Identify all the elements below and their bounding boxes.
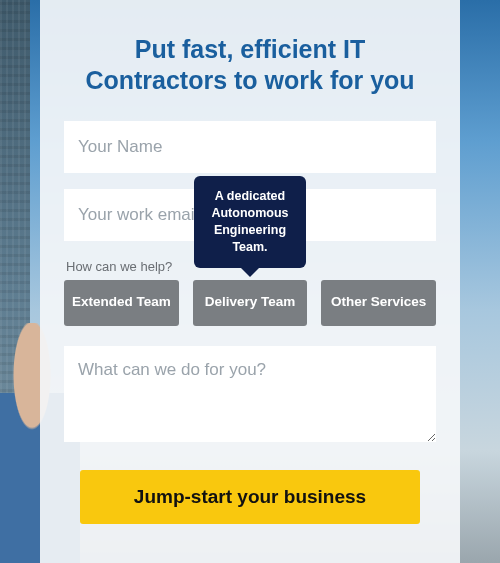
- option-other-services[interactable]: Other Services: [321, 280, 436, 326]
- name-input[interactable]: [64, 121, 436, 173]
- option-extended-team[interactable]: Extended Team: [64, 280, 179, 326]
- submit-button[interactable]: Jump-start your business: [80, 470, 420, 524]
- help-options: Extended Team A dedicated Autonomous Eng…: [64, 280, 436, 326]
- page-background: Put fast, efficient IT Contractors to wo…: [0, 0, 500, 563]
- contact-form-panel: Put fast, efficient IT Contractors to wo…: [40, 0, 460, 563]
- message-textarea[interactable]: [64, 346, 436, 442]
- form-title: Put fast, efficient IT Contractors to wo…: [64, 34, 436, 97]
- option-label: Extended Team: [72, 294, 171, 311]
- option-label: Other Services: [331, 294, 426, 311]
- tooltip-delivery-team: A dedicated Autonomous Engineering Team.: [194, 176, 306, 268]
- option-label: Delivery Team: [205, 294, 296, 311]
- option-delivery-team[interactable]: A dedicated Autonomous Engineering Team.…: [193, 280, 308, 326]
